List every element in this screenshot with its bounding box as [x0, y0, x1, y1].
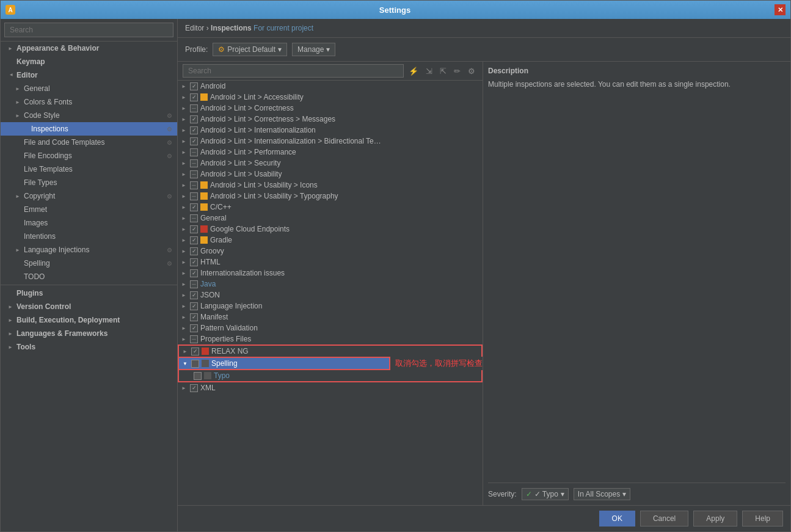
sidebar-item-appearance[interactable]: ► Appearance & Behavior [1, 42, 177, 55]
inspection-row-lint-perf[interactable]: ► ─ Android > Lint > Performance [178, 147, 483, 158]
checkbox[interactable]: ✓ [191, 348, 199, 355]
checkbox[interactable]: ✓ [190, 269, 198, 277]
filter-search-input[interactable] [183, 64, 404, 78]
inspection-row-lint-correct-msg[interactable]: ► ✓ Android > Lint > Correctness > Messa… [178, 114, 483, 125]
manage-button[interactable]: Manage ▾ [292, 43, 335, 56]
expand-all-button[interactable]: ⇲ [423, 65, 435, 77]
checkbox[interactable]: ✓ [190, 126, 198, 134]
sidebar-item-label: Language Injections [24, 246, 89, 254]
edit-button[interactable]: ✏ [451, 65, 463, 77]
sidebar-item-build[interactable]: ► Build, Execution, Deployment [1, 313, 177, 327]
sidebar-item-plugins[interactable]: ► Plugins [1, 286, 177, 300]
sidebar-item-emmet[interactable]: ► Emmet [1, 203, 177, 216]
footer: OK Cancel Apply Help [178, 505, 790, 531]
inspection-row-lint-correct[interactable]: ► ─ Android > Lint > Correctness [178, 103, 483, 114]
config-icon: ⚙ [167, 153, 172, 159]
inspection-row-lint-usab[interactable]: ► ─ Android > Lint > Usability [178, 169, 483, 180]
inspection-row-pattern[interactable]: ► ✓ Pattern Validation [178, 322, 483, 333]
inspection-row-json[interactable]: ► ✓ JSON [178, 290, 483, 301]
inspection-row-groovy[interactable]: ► ✓ Groovy [178, 246, 483, 257]
checkbox[interactable]: ✓ [190, 302, 198, 310]
profile-dropdown[interactable]: ⚙ Project Default ▾ [213, 43, 287, 56]
sidebar-item-copyright[interactable]: ► Copyright ⚙ [1, 189, 177, 203]
checkbox[interactable]: ─ [190, 335, 198, 343]
inspection-row-lint-icons[interactable]: ► ─ Android > Lint > Usability > Icons [178, 180, 483, 191]
sidebar-item-live-templates[interactable]: ► Live Templates [1, 162, 177, 176]
inspection-row-spelling[interactable]: ▼ Spelling [178, 357, 390, 370]
checkbox[interactable]: ─ [190, 181, 198, 189]
inspection-row-android[interactable]: ► ✓ Android [178, 81, 483, 92]
collapse-all-button[interactable]: ⇱ [437, 65, 449, 77]
checkbox[interactable]: ✓ [190, 258, 198, 266]
sidebar-item-general[interactable]: ► General [1, 82, 177, 95]
inspection-row-java[interactable]: ► ─ Java [178, 279, 483, 290]
inspection-row-gce[interactable]: ► ✓ Google Cloud Endpoints [178, 224, 483, 235]
checkbox[interactable]: ─ [190, 280, 198, 288]
sidebar-item-keymap[interactable]: ► Keymap [1, 55, 177, 68]
checkbox[interactable]: ─ [190, 192, 198, 200]
apply-button[interactable]: Apply [693, 511, 737, 527]
ok-button[interactable]: OK [599, 511, 635, 527]
inspection-row-manifest[interactable]: ► ✓ Manifest [178, 312, 483, 322]
checkbox[interactable]: ✓ [190, 384, 198, 392]
inspection-row-gradle[interactable]: ► ✓ Gradle [178, 235, 483, 246]
inspection-row-general[interactable]: ► ─ General [178, 213, 483, 224]
checkbox[interactable] [191, 360, 199, 368]
sidebar-item-language-injections[interactable]: ► Language Injections ⚙ [1, 243, 177, 257]
inspection-row-props[interactable]: ► ─ Properties Files [178, 333, 483, 344]
arrow-icon: ► [181, 194, 188, 199]
settings-button[interactable]: ⚙ [465, 65, 478, 77]
filter-button[interactable]: ⚡ [406, 65, 421, 77]
inspection-row-lint-sec[interactable]: ► ─ Android > Lint > Security [178, 158, 483, 169]
sidebar-item-spelling[interactable]: ► Spelling ⚙ [1, 257, 177, 270]
inspection-row-cpp[interactable]: ► ✓ C/C++ [178, 202, 483, 213]
inspection-row-relax[interactable]: ► ✓ RELAX NG [178, 344, 483, 357]
checkbox[interactable] [194, 372, 202, 380]
inspection-row-html[interactable]: ► ✓ HTML [178, 257, 483, 268]
sidebar-item-inspections[interactable]: ► Inspections ⚙ [1, 122, 177, 136]
checkbox[interactable]: ✓ [190, 313, 198, 321]
inspection-row-i18n[interactable]: ► ✓ Internationalization issues [178, 268, 483, 279]
checkbox[interactable]: ─ [190, 104, 198, 112]
sidebar-item-code-style[interactable]: ► Code Style ⚙ [1, 109, 177, 122]
checkbox[interactable]: ✓ [190, 82, 198, 90]
sidebar-item-languages[interactable]: ► Languages & Frameworks [1, 327, 177, 340]
sidebar-item-tools[interactable]: ► Tools [1, 340, 177, 354]
sidebar-item-intentions[interactable]: ► Intentions [1, 230, 177, 243]
sidebar-item-colors-fonts[interactable]: ► Colors & Fonts [1, 95, 177, 109]
close-button[interactable]: ✕ [775, 4, 786, 15]
sidebar-search-input[interactable] [4, 23, 173, 37]
checkbox[interactable]: ✓ [190, 236, 198, 244]
sidebar-item-file-encodings[interactable]: ► File Encodings ⚙ [1, 149, 177, 162]
inspection-row-lint-typo[interactable]: ► ─ Android > Lint > Usability > Typogra… [178, 191, 483, 202]
sidebar-item-version-control[interactable]: ► Version Control [1, 300, 177, 313]
checkbox[interactable]: ─ [190, 148, 198, 156]
cancel-button[interactable]: Cancel [640, 511, 688, 527]
severity-dropdown[interactable]: ✓ ✓ Typo ▾ [522, 488, 569, 500]
inspection-row-lang-inject[interactable]: ► ✓ Language Injection [178, 301, 483, 312]
checkbox[interactable]: ✓ [190, 93, 198, 101]
sidebar-item-file-types[interactable]: ► File Types [1, 176, 177, 189]
checkbox[interactable]: ─ [190, 214, 198, 222]
sidebar-item-editor[interactable]: ▼ Editor [1, 68, 177, 82]
checkbox[interactable]: ✓ [190, 324, 198, 332]
sidebar-item-file-code-templates[interactable]: ► File and Code Templates ⚙ [1, 136, 177, 149]
inspection-row-xml[interactable]: ► ✓ XML [178, 382, 483, 393]
inspection-row-lint-access[interactable]: ► ✓ Android > Lint > Accessibility [178, 92, 483, 103]
help-button[interactable]: Help [742, 511, 783, 527]
inspection-row-typo[interactable]: Typo [178, 370, 483, 382]
checkbox[interactable]: ✓ [190, 225, 198, 233]
checkbox[interactable]: ✓ [190, 291, 198, 299]
checkbox[interactable]: ✓ [190, 137, 198, 145]
inspection-row-lint-bidi[interactable]: ► ✓ Android > Lint > Internationalizatio… [178, 136, 483, 147]
checkbox[interactable]: ✓ [190, 203, 198, 211]
sidebar-item-images[interactable]: ► Images [1, 216, 177, 230]
checkbox[interactable]: ✓ [190, 247, 198, 255]
checkbox[interactable]: ─ [190, 159, 198, 167]
checkbox[interactable]: ✓ [190, 115, 198, 123]
scope-dropdown[interactable]: In All Scopes ▾ [574, 488, 630, 500]
sidebar-item-todo[interactable]: ► TODO [1, 270, 177, 283]
config-icon: ⚙ [167, 126, 172, 133]
checkbox[interactable]: ─ [190, 170, 198, 178]
inspection-row-lint-i18n[interactable]: ► ✓ Android > Lint > Internationalizatio… [178, 125, 483, 136]
